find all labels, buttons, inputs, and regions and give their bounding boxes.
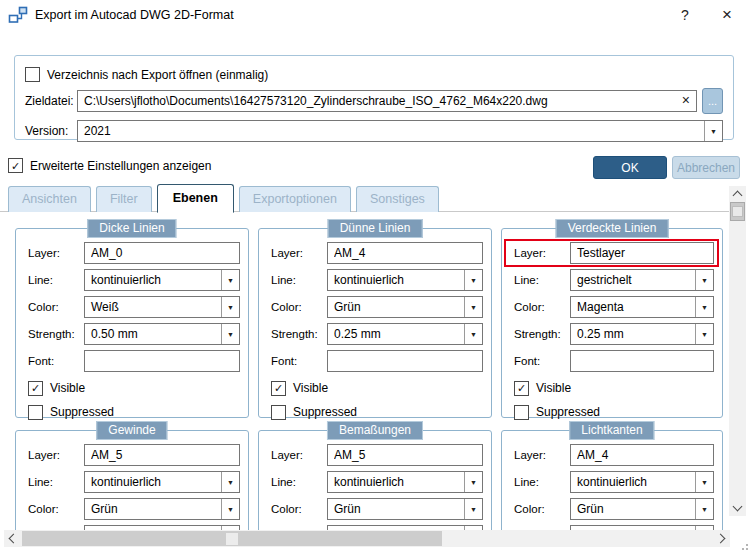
layer-label: Layer: bbox=[514, 247, 570, 259]
strength-select[interactable]: 0.25 mm▼ bbox=[570, 323, 714, 345]
export-target-groupbox: Verzeichnis nach Export öffnen (einmalig… bbox=[14, 55, 734, 140]
color-select[interactable]: Grün▼ bbox=[84, 498, 240, 520]
line-value: kontinuierlich bbox=[85, 472, 221, 492]
strength-select[interactable]: 0.50 mm▼ bbox=[84, 323, 240, 345]
color-select[interactable]: Grün▼ bbox=[570, 498, 714, 520]
strength-value: 0.25 mm bbox=[571, 324, 695, 344]
help-icon[interactable]: ? bbox=[674, 4, 696, 26]
chevron-down-icon[interactable]: ▼ bbox=[464, 270, 482, 290]
color-label: Color: bbox=[28, 301, 84, 313]
tab-sonstiges[interactable]: Sonstiges bbox=[356, 186, 439, 212]
chevron-down-icon[interactable]: ▼ bbox=[695, 472, 713, 492]
color-value: Grün bbox=[571, 499, 695, 519]
line-select[interactable]: kontinuierlich▼ bbox=[570, 471, 714, 493]
layer-input[interactable] bbox=[570, 444, 714, 466]
chevron-down-icon[interactable]: ▼ bbox=[464, 472, 482, 492]
line-value: gestrichelt bbox=[571, 270, 695, 290]
line-select[interactable]: kontinuierlich▼ bbox=[84, 471, 240, 493]
group-bemassungen: Bemaßungen Layer: Line:kontinuierlich▼ C… bbox=[258, 430, 492, 530]
font-input[interactable] bbox=[84, 350, 240, 372]
chevron-down-icon[interactable]: ▼ bbox=[695, 499, 713, 519]
cancel-button[interactable]: Abbrechen bbox=[672, 156, 740, 179]
close-icon[interactable]: × bbox=[714, 2, 740, 28]
line-value: kontinuierlich bbox=[328, 472, 464, 492]
scroll-up-icon[interactable] bbox=[729, 186, 746, 202]
chevron-down-icon[interactable]: ▼ bbox=[221, 472, 239, 492]
color-select[interactable]: Grün▼ bbox=[327, 296, 483, 318]
open-dir-checkbox[interactable] bbox=[25, 67, 40, 82]
visible-checkbox[interactable]: ✓ bbox=[514, 381, 529, 396]
title-bar: Export im Autocad DWG 2D-Format ? × bbox=[0, 0, 750, 30]
clear-file-icon[interactable]: × bbox=[682, 92, 690, 108]
advanced-settings-label: Erweiterte Einstellungen anzeigen bbox=[30, 159, 211, 173]
line-label: Line: bbox=[514, 274, 570, 286]
tab-filter[interactable]: Filter bbox=[96, 186, 152, 212]
chevron-down-icon[interactable]: ▼ bbox=[221, 297, 239, 317]
target-file-input[interactable] bbox=[77, 90, 697, 112]
color-select[interactable]: Weiß▼ bbox=[84, 296, 240, 318]
visible-label: Visible bbox=[536, 381, 571, 395]
chevron-down-icon[interactable]: ▼ bbox=[695, 270, 713, 290]
color-label: Color: bbox=[28, 503, 84, 515]
tab-bar: Ansichten Filter Ebenen Exportoptionen S… bbox=[8, 185, 439, 212]
chevron-down-icon[interactable]: ▼ bbox=[695, 297, 713, 317]
layer-input[interactable] bbox=[570, 242, 714, 264]
visible-label: Visible bbox=[293, 381, 328, 395]
open-dir-row: Verzeichnis nach Export öffnen (einmalig… bbox=[25, 67, 723, 82]
font-input[interactable] bbox=[570, 350, 714, 372]
color-select[interactable]: Grün▼ bbox=[327, 498, 483, 520]
chevron-down-icon[interactable]: ▼ bbox=[704, 121, 722, 141]
line-value: kontinuierlich bbox=[85, 270, 221, 290]
tab-exportoptionen[interactable]: Exportoptionen bbox=[239, 186, 351, 212]
visible-checkbox[interactable]: ✓ bbox=[271, 381, 286, 396]
version-select[interactable]: 2021 ▼ bbox=[77, 120, 723, 142]
line-select[interactable]: kontinuierlich▼ bbox=[327, 269, 483, 291]
chevron-down-icon[interactable]: ▼ bbox=[464, 324, 482, 344]
scroll-left-icon[interactable] bbox=[4, 530, 20, 547]
tab-ebenen[interactable]: Ebenen bbox=[157, 184, 234, 213]
ok-button[interactable]: OK bbox=[593, 156, 667, 179]
line-select[interactable]: kontinuierlich▼ bbox=[327, 471, 483, 493]
chevron-down-icon[interactable]: ▼ bbox=[695, 324, 713, 344]
layer-input[interactable] bbox=[84, 444, 240, 466]
chevron-down-icon[interactable]: ▼ bbox=[221, 270, 239, 290]
horizontal-scrollbar[interactable] bbox=[4, 530, 730, 547]
line-select[interactable]: kontinuierlich▼ bbox=[84, 269, 240, 291]
suppressed-label: Suppressed bbox=[50, 405, 114, 419]
layer-input[interactable] bbox=[327, 444, 483, 466]
scroll-down-icon[interactable] bbox=[729, 500, 746, 516]
layer-label: Layer: bbox=[28, 449, 84, 461]
layer-input[interactable] bbox=[84, 242, 240, 264]
ebenen-tab-panel: Dicke Linien Layer: Line:kontinuierlich▼… bbox=[0, 212, 728, 530]
resize-grip[interactable] bbox=[740, 542, 748, 550]
vertical-scrollbar[interactable] bbox=[729, 186, 746, 516]
line-select[interactable]: gestrichelt▼ bbox=[570, 269, 714, 291]
target-file-fieldwrap: × bbox=[77, 90, 697, 112]
horizontal-scroll-thumb[interactable] bbox=[22, 531, 442, 546]
color-select[interactable]: Magenta▼ bbox=[570, 296, 714, 318]
visible-checkbox[interactable]: ✓ bbox=[28, 381, 43, 396]
chevron-down-icon[interactable]: ▼ bbox=[464, 499, 482, 519]
browse-button[interactable]: ... bbox=[702, 88, 723, 114]
chevron-down-icon[interactable]: ▼ bbox=[221, 499, 239, 519]
vertical-scroll-thumb[interactable] bbox=[730, 202, 745, 221]
group-dicke-linien: Dicke Linien Layer: Line:kontinuierlich▼… bbox=[15, 228, 249, 418]
layer-input[interactable] bbox=[327, 242, 483, 264]
scroll-right-icon[interactable] bbox=[714, 530, 730, 547]
advanced-settings-checkbox[interactable]: ✓ bbox=[8, 158, 23, 173]
suppressed-checkbox[interactable] bbox=[28, 405, 43, 420]
strength-select[interactable]: 0.25 mm▼ bbox=[327, 323, 483, 345]
group-verdeckte-linien: Verdeckte Linien Layer: Line:gestrichelt… bbox=[501, 228, 723, 418]
line-label: Line: bbox=[271, 274, 327, 286]
font-input[interactable] bbox=[327, 350, 483, 372]
chevron-down-icon[interactable]: ▼ bbox=[464, 297, 482, 317]
chevron-down-icon[interactable]: ▼ bbox=[221, 324, 239, 344]
suppressed-label: Suppressed bbox=[536, 405, 600, 419]
visible-label: Visible bbox=[50, 381, 85, 395]
export-dwg-icon bbox=[8, 6, 28, 24]
version-row: Version: 2021 ▼ bbox=[25, 120, 723, 142]
tab-ansichten[interactable]: Ansichten bbox=[8, 186, 91, 212]
group-title: Bemaßungen bbox=[327, 421, 423, 440]
suppressed-checkbox[interactable] bbox=[271, 405, 286, 420]
suppressed-checkbox[interactable] bbox=[514, 405, 529, 420]
